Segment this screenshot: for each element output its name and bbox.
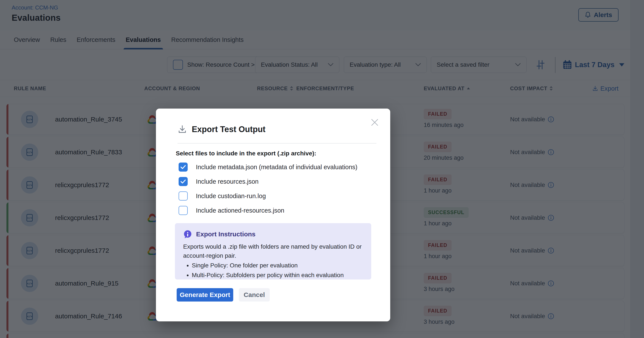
checkbox-label: Include resources.json xyxy=(196,178,258,185)
checkbox[interactable] xyxy=(178,177,188,186)
checkbox[interactable] xyxy=(178,191,188,201)
download-icon xyxy=(178,125,187,134)
checkbox-label: Include custodian-run.log xyxy=(196,193,266,200)
file-checkbox-row[interactable]: Include metadata.json (metadata of indiv… xyxy=(175,163,371,172)
instruction-bullet: Multi-Policy: Subfolders per policy with… xyxy=(192,271,363,280)
info-bubble-icon xyxy=(183,230,192,239)
close-icon[interactable] xyxy=(370,118,379,127)
checkbox-label: Include metadata.json (metadata of indiv… xyxy=(196,164,358,171)
file-checkbox-row[interactable]: Include resources.json xyxy=(175,177,371,186)
checkbox-label: Include actioned-resources.json xyxy=(196,207,284,214)
checkbox[interactable] xyxy=(178,206,188,215)
modal-body: Select files to include in the export (.… xyxy=(175,150,371,302)
export-instructions-box: Export Instructions Exports would a .zip… xyxy=(175,223,371,280)
file-checkbox-list: Include metadata.json (metadata of indiv… xyxy=(175,163,371,215)
info-header: Export Instructions xyxy=(183,230,363,239)
checkbox[interactable] xyxy=(178,163,188,172)
instructions-title: Export Instructions xyxy=(196,231,256,238)
instruction-bullet: Single Policy: One folder per evaluation xyxy=(192,261,363,270)
select-files-label: Select files to include in the export (.… xyxy=(175,150,371,157)
file-checkbox-row[interactable]: Include actioned-resources.json xyxy=(175,206,371,215)
modal-buttons: Generate Export Cancel xyxy=(175,288,371,302)
file-checkbox-row[interactable]: Include custodian-run.log xyxy=(175,191,371,201)
instructions-bullets: Single Policy: One folder per evaluation… xyxy=(186,261,363,280)
export-test-output-modal: Export Test Output Select files to inclu… xyxy=(156,109,390,321)
modal-title-row: Export Test Output xyxy=(178,125,266,134)
cancel-button[interactable]: Cancel xyxy=(239,288,270,302)
instructions-body: Exports would a .zip file with folders a… xyxy=(183,242,363,260)
divider xyxy=(178,143,376,144)
generate-export-button[interactable]: Generate Export xyxy=(177,288,233,302)
modal-title: Export Test Output xyxy=(192,125,266,134)
